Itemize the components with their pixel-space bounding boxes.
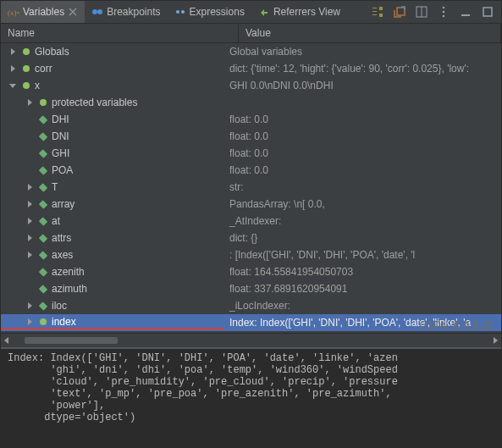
variable-value: float: 0.0 (224, 113, 501, 125)
variable-name: index (52, 316, 76, 328)
debugger-panel: (x)=VariablesBreakpointsExpressionsRefer… (0, 0, 502, 448)
columns-header: Name Value (1, 24, 501, 43)
minimize-icon[interactable] (459, 5, 472, 19)
field-bullet-icon (39, 268, 48, 277)
tree-row[interactable]: iloc_iLocIndexer: (1, 297, 501, 314)
variable-value: : [Index(['GHI', 'DNI', 'DHI', 'POA', 'd… (224, 249, 501, 261)
expand-icon[interactable] (8, 47, 18, 57)
variable-value: _AtIndexer: (224, 215, 501, 227)
variable-name: at (52, 215, 60, 227)
svg-text:(x)=: (x)= (8, 8, 19, 17)
tree-row[interactable]: GHIfloat: 0.0 (1, 145, 501, 162)
tab-variables[interactable]: (x)=Variables (1, 1, 85, 23)
object-bullet-icon (40, 99, 47, 106)
expand-icon[interactable] (8, 64, 18, 74)
tab-breakpoints[interactable]: Breakpoints (85, 1, 167, 23)
tree-row[interactable]: axes: [Index(['GHI', 'DNI', 'DHI', 'POA'… (1, 246, 501, 263)
tree-row[interactable]: Tstr: (1, 179, 501, 196)
field-bullet-icon (39, 217, 48, 226)
layout-icon[interactable] (415, 5, 428, 19)
expand-icon[interactable] (25, 301, 35, 311)
variable-name: iloc (52, 300, 67, 312)
view-menu-icon[interactable] (437, 5, 450, 19)
tab-label: Expressions (190, 6, 245, 18)
svg-point-9 (443, 11, 445, 14)
expand-icon[interactable] (25, 216, 35, 226)
variables-tree[interactable]: GlobalsGlobal variablescorrdict: {'time'… (1, 43, 501, 333)
scrollbar-thumb[interactable] (25, 337, 118, 344)
tree-row[interactable]: arrayPandasArray: \n[ 0.0, (1, 196, 501, 213)
horizontal-scrollbar[interactable] (1, 333, 501, 347)
no-expand-icon (25, 114, 35, 124)
view-tabstrip: (x)=VariablesBreakpointsExpressionsRefer… (1, 1, 501, 24)
tree-row[interactable]: POAfloat: 0.0 (1, 162, 501, 179)
scroll-left-icon[interactable] (1, 335, 13, 346)
expand-icon[interactable] (25, 233, 35, 243)
collapse-all-icon[interactable] (371, 5, 384, 19)
tree-row[interactable]: DNIfloat: 0.0 (1, 128, 501, 145)
expand-icon[interactable] (25, 97, 35, 108)
field-bullet-icon (39, 251, 48, 260)
object-bullet-icon (40, 318, 47, 325)
tab-label: Variables (23, 6, 64, 18)
object-bullet-icon (23, 82, 30, 89)
svg-rect-5 (397, 8, 405, 15)
ref-tab-icon (258, 6, 270, 18)
variable-value: Global variables (224, 46, 501, 58)
expand-icon[interactable] (25, 199, 35, 209)
field-bullet-icon (39, 200, 48, 209)
svg-point-8 (443, 7, 445, 9)
field-bullet-icon (39, 166, 48, 175)
expr-tab-icon (174, 6, 186, 18)
field-bullet-icon (39, 301, 48, 311)
tree-row[interactable]: at_AtIndexer: (1, 213, 501, 230)
open-new-view-icon[interactable] (393, 5, 406, 19)
tree-row[interactable]: protected variables (1, 94, 501, 111)
variable-name: POA (52, 164, 73, 176)
no-expand-icon (25, 284, 35, 294)
variable-value: Index: Index(['GHI', 'DNI', 'DHI', 'POA'… (224, 317, 501, 329)
scroll-right-icon[interactable] (489, 335, 501, 346)
expand-icon[interactable] (25, 317, 35, 327)
variable-value: PandasArray: \n[ 0.0, (224, 198, 501, 210)
variable-name: corr (35, 63, 52, 75)
variable-name: axes (52, 249, 73, 261)
maximize-icon[interactable] (481, 5, 494, 19)
var-tab-icon: (x)= (8, 6, 19, 18)
tree-row[interactable]: azimuthfloat: 337.6891620954091 (1, 280, 501, 297)
column-name-header[interactable]: Name (1, 24, 239, 42)
field-bullet-icon (39, 183, 48, 192)
tree-row[interactable]: azenithfloat: 164.55841954050703 (1, 263, 501, 280)
tab-label: Referrers View (273, 6, 340, 18)
variable-name: GHI (52, 147, 69, 159)
tree-row[interactable]: attrsdict: {} (1, 230, 501, 246)
no-expand-icon (25, 148, 35, 158)
close-icon[interactable] (68, 7, 78, 17)
svg-point-10 (443, 15, 445, 18)
tree-row[interactable]: xGHI 0.0\nDNI 0.0\nDHI (1, 77, 501, 94)
tree-row[interactable]: GlobalsGlobal variables (1, 43, 501, 60)
tab-referrers-view[interactable]: Referrers View (251, 1, 347, 23)
tree-row[interactable]: indexIndex: Index(['GHI', 'DNI', 'DHI', … (1, 314, 501, 331)
column-value-header[interactable]: Value (239, 24, 501, 42)
svg-point-2 (97, 9, 102, 14)
collapse-icon[interactable] (8, 80, 18, 91)
variable-name: T (52, 181, 58, 193)
tree-row[interactable]: DHIfloat: 0.0 (1, 111, 501, 128)
no-expand-icon (25, 131, 35, 141)
expand-icon[interactable] (25, 182, 35, 192)
variable-value: float: 0.0 (224, 130, 501, 142)
no-expand-icon (25, 165, 35, 175)
variable-value: float: 164.55841954050703 (224, 266, 501, 278)
svg-point-3 (176, 10, 179, 14)
variable-value: _iLocIndexer: (224, 300, 501, 312)
tab-label: Breakpoints (107, 6, 160, 18)
field-bullet-icon (39, 132, 48, 141)
variable-value: dict: {} (224, 232, 501, 244)
scrollbar-track[interactable] (25, 336, 477, 345)
bp-tab-icon (91, 6, 103, 18)
tab-expressions[interactable]: Expressions (168, 1, 251, 23)
variable-value: str: (224, 181, 501, 193)
tree-row[interactable]: corrdict: {'time': 12, 'hight': {'value'… (1, 60, 501, 77)
expand-icon[interactable] (25, 250, 35, 260)
